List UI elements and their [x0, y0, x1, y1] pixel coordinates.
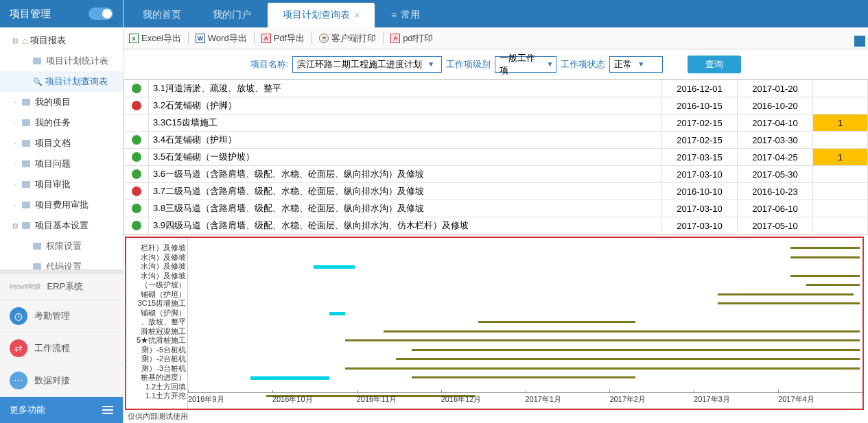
sidebar-section[interactable]: Mysoft明源ERP系统 — [0, 274, 123, 300]
start-date-cell: 2017-03-15 — [662, 149, 738, 166]
flag-cell — [813, 97, 868, 114]
nav-group[interactable]: ⊟项目报表 — [0, 30, 123, 51]
tab[interactable]: 我的门户 — [198, 3, 266, 27]
gantt-bar — [790, 256, 860, 258]
close-icon[interactable]: ✕ — [354, 12, 360, 19]
nav-item-label: 代码设置 — [46, 261, 82, 269]
nav-item[interactable]: 🔍项目计划查询表 — [0, 71, 123, 92]
nav-group[interactable]: ·项目审批 — [0, 174, 123, 195]
filter-state-label: 工作项状态 — [561, 58, 605, 71]
nav-group[interactable]: ·项目文档 — [0, 133, 123, 154]
query-button[interactable]: 查询 — [688, 56, 741, 73]
gantt-bar — [718, 302, 860, 304]
status-cell — [124, 200, 149, 217]
expand-icon: ⊟ — [11, 36, 19, 45]
toolbar-客户端打印[interactable]: ☕客户端打印 — [319, 32, 376, 45]
table-row[interactable]: 3.3C15齿墙施工2017-02-152017-04-101 — [124, 114, 868, 132]
gantt-bar — [396, 358, 860, 360]
gantt-bar — [718, 293, 854, 295]
sidebar-section[interactable]: ⋯数据对接 — [0, 365, 123, 397]
status-dot-icon — [132, 204, 141, 213]
nav-label: 项目费用审批 — [35, 199, 89, 211]
folder-icon — [22, 140, 30, 147]
page-icon — [33, 58, 41, 64]
status-cell — [124, 217, 149, 234]
end-date-cell: 2017-05-30 — [738, 166, 813, 183]
hamburger-icon — [102, 406, 113, 414]
save-icon[interactable] — [854, 36, 865, 47]
table-row[interactable]: 3.4石笼铺砌（护坦）2017-02-152017-03-30 — [124, 132, 868, 149]
table-row[interactable]: 3.6一级马道（含路肩墙、级配、水稳、砼面层、纵向排水沟）及修坡2017-03-… — [124, 166, 868, 183]
nav-group[interactable]: ·我的任务 — [0, 112, 123, 133]
gantt-bar — [478, 321, 636, 323]
gantt-x-tick: 2016年9月 — [188, 393, 272, 406]
gantt-row-label: 、放坡、整平 — [128, 317, 186, 327]
nav-item[interactable]: 权限设置 — [0, 236, 123, 256]
status-dot-icon — [132, 221, 141, 230]
sidebar-section[interactable]: ◷考勤管理 — [0, 300, 123, 333]
section-label: 工作流程 — [34, 342, 70, 354]
table-row[interactable]: 3.9四级马道（含路肩墙、级配、水稳、砼面层、纵向排水沟、仿木栏杆）及修坡201… — [124, 217, 868, 234]
nav-item-label: 项目计划统计表 — [46, 55, 108, 67]
project-name-select[interactable]: 滨江环路二期工程施工进度计划▼ — [292, 56, 442, 73]
tool-label: Excel导出 — [141, 32, 181, 45]
nav-tree: ⊟项目报表项目计划统计表🔍项目计划查询表·我的项目·我的任务·项目文档·项目问题… — [0, 27, 123, 269]
sidebar-toggle[interactable] — [89, 8, 113, 20]
folder-icon — [22, 160, 30, 167]
start-date-cell: 2017-02-15 — [662, 114, 738, 132]
table-row[interactable]: 3.5石笼铺砌（一级护坡）2017-03-152017-04-251 — [124, 149, 868, 166]
nav-group[interactable]: ·项目费用审批 — [0, 195, 123, 215]
tab[interactable]: 常用 — [376, 3, 435, 27]
more-functions-button[interactable]: 更多功能 — [0, 397, 123, 423]
status-cell — [124, 166, 149, 183]
gantt-row-label: 测）-2台桩机 — [128, 354, 186, 364]
section-icon: ⋯ — [10, 372, 27, 389]
name-cell: 3.6一级马道（含路肩墙、级配、水稳、砼面层、纵向排水沟）及修坡 — [149, 166, 662, 183]
sidebar-section[interactable]: ⇄工作流程 — [0, 333, 123, 365]
flag-cell — [813, 132, 868, 149]
excel-icon: x — [129, 34, 139, 43]
status-cell — [124, 149, 149, 166]
tab[interactable]: 项目计划查询表✕ — [268, 3, 375, 27]
name-cell: 3.2石笼铺砌（护脚） — [149, 97, 662, 114]
status-dot-icon — [132, 169, 141, 179]
gantt-body: 2016年9月2016年10月2016年11月2016年12月2017年1月20… — [188, 238, 863, 409]
start-date-cell: 2016-12-01 — [662, 80, 738, 97]
gantt-row-label: 水沟）及修坡 — [128, 271, 186, 281]
tool-label: Pdf导出 — [274, 32, 305, 45]
gantt-row-label: 3C15齿墙施工 — [128, 299, 186, 309]
toolbar-pdf打印[interactable]: Apdf打印 — [390, 32, 433, 45]
table-row[interactable]: 3.7二级马道（含路肩墙、级配、水稳、砼面层、纵向排水沟）及修坡2016-10-… — [124, 183, 868, 200]
end-date-cell: 2017-04-10 — [738, 114, 813, 132]
work-state-value: 正常 — [614, 58, 632, 71]
table-row[interactable]: 3.1河道清淤、疏浚、放坡、整平2016-12-012017-01-20 — [124, 80, 868, 97]
tab-label: 项目计划查询表 — [283, 9, 350, 21]
table-row[interactable]: 3.8三级马道（含路肩墙、级配、水稳、砼面层、纵向排水沟）及修坡2017-03-… — [124, 200, 868, 217]
nav-label: 项目基本设置 — [35, 219, 89, 232]
nav-item[interactable]: 代码设置 — [0, 256, 123, 269]
gantt-bar — [806, 284, 860, 286]
gantt-row-label: 桩基的进度） — [128, 373, 186, 383]
nav-label: 项目审批 — [35, 178, 71, 191]
expand-icon: ⊟ — [11, 221, 19, 230]
tab[interactable]: 我的首页 — [128, 3, 196, 27]
gantt-row-label: 水沟）及修坡 — [128, 262, 186, 271]
nav-item[interactable]: 项目计划统计表 — [0, 51, 123, 71]
table-row[interactable]: 3.2石笼铺砌（护脚）2016-10-152016-10-20 — [124, 97, 868, 114]
flag-cell — [813, 200, 868, 217]
toolbar-Word导出[interactable]: WWord导出 — [196, 32, 247, 45]
status-dot-icon — [132, 101, 141, 110]
nav-group[interactable]: ·我的项目 — [0, 92, 123, 112]
name-cell: 3.1河道清淤、疏浚、放坡、整平 — [149, 80, 662, 97]
gantt-row-label: 测）-5台桩机 — [128, 346, 186, 355]
work-level-select[interactable]: 一般工作项▼ — [495, 56, 556, 73]
gantt-x-axis: 2016年9月2016年10月2016年11月2016年12月2017年1月20… — [188, 392, 863, 406]
toolbar-Excel导出[interactable]: xExcel导出 — [129, 32, 181, 45]
project-name-value: 滨江环路二期工程施工进度计划 — [297, 58, 422, 71]
gantt-x-tick: 2017年3月 — [694, 393, 778, 406]
nav-group[interactable]: ·项目问题 — [0, 154, 123, 174]
work-state-select[interactable]: 正常▼ — [609, 56, 663, 73]
toolbar-Pdf导出[interactable]: APdf导出 — [261, 32, 305, 45]
filter-level-label: 工作项级别 — [446, 58, 491, 71]
nav-group[interactable]: ⊟项目基本设置 — [0, 215, 123, 236]
